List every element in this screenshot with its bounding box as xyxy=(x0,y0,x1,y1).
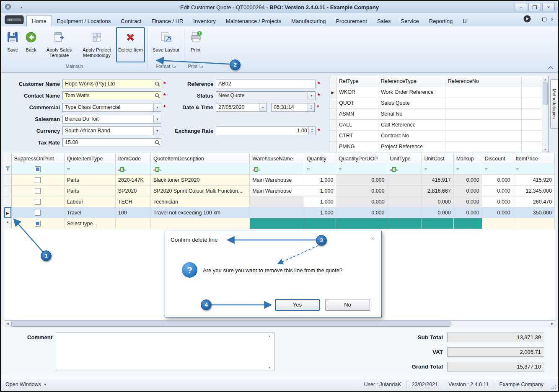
reference-type-cell[interactable]: Project Reference xyxy=(378,142,445,152)
tax-rate-field[interactable]: 15.00 xyxy=(62,138,161,147)
quote-item-row[interactable]: Parts2020-147KBlack toner SP2020Main War… xyxy=(4,175,555,186)
tab-home[interactable]: Home xyxy=(26,15,52,26)
suppress-on-print-checkbox[interactable] xyxy=(35,188,41,194)
tab-equipment-locations[interactable]: Equipment / Locations xyxy=(52,15,116,26)
cell-discount[interactable]: 0.000 xyxy=(482,207,513,218)
new-row-cell[interactable] xyxy=(250,218,304,229)
save-layout-button[interactable]: Save Layout xyxy=(150,27,181,62)
column-header-reftype[interactable]: RefType xyxy=(336,76,378,87)
lookup-magnifier-icon[interactable] xyxy=(153,80,161,88)
cell-description[interactable]: Technician xyxy=(150,196,249,207)
reference-type-cell[interactable]: Serial No xyxy=(378,109,445,119)
reference-field[interactable]: AB02 xyxy=(216,80,316,88)
minimize-button[interactable]: – xyxy=(515,3,527,11)
ref-type-cell[interactable]: PMNG xyxy=(336,142,378,152)
tab-reporting[interactable]: Reporting xyxy=(424,15,458,26)
cell-markup[interactable]: 0.000 xyxy=(453,186,482,196)
chevron-down-icon[interactable]: ▼ xyxy=(153,127,161,135)
new-row-cell[interactable] xyxy=(336,218,387,229)
salesman-dropdown[interactable]: Bianca Du Toit ▼ xyxy=(62,115,161,124)
scroll-down-icon[interactable]: ▼ xyxy=(542,146,548,152)
cell-type[interactable]: Labour xyxy=(64,196,115,207)
reference-no-cell[interactable] xyxy=(445,109,522,119)
equals-filter-icon[interactable]: = xyxy=(424,166,427,172)
no-button[interactable]: No xyxy=(325,299,370,311)
new-row-cell[interactable] xyxy=(482,218,513,229)
back-button[interactable]: Back xyxy=(22,27,40,62)
date-field[interactable]: 27/05/2020 ▼ xyxy=(216,103,267,112)
equals-filter-icon[interactable]: = xyxy=(516,166,519,172)
column-header-discount[interactable]: Discount xyxy=(482,153,513,164)
methodologies-side-tab[interactable]: Methodologies xyxy=(550,79,558,129)
new-row-cell[interactable] xyxy=(513,218,554,229)
row-selector-icon[interactable]: ▶ xyxy=(6,211,9,215)
cell-markup[interactable]: 0.000 xyxy=(453,175,482,186)
cell-type[interactable]: Parts xyxy=(64,186,115,196)
ref-type-cell[interactable]: WKOR xyxy=(336,87,378,98)
chevron-down-icon[interactable]: ▼ xyxy=(153,115,161,123)
exchange-rate-field[interactable]: 1.00 ▲▼ xyxy=(216,126,316,135)
application-menu-button[interactable] xyxy=(5,15,24,26)
help-play-icon[interactable] xyxy=(523,15,531,24)
new-row-cell[interactable] xyxy=(422,218,453,229)
ref-type-cell[interactable]: ASMN xyxy=(336,109,378,119)
cell-quantity[interactable]: 1.000 xyxy=(304,175,336,186)
column-header-itemcode[interactable]: ItemCode xyxy=(115,153,150,164)
scroll-up-icon[interactable]: ▲ xyxy=(268,334,271,338)
new-row-cell[interactable] xyxy=(150,218,249,229)
tab-procurement[interactable]: Procurement xyxy=(331,15,372,26)
quote-item-row[interactable]: LabourTECHTechnician1.0000.0000.0000.000… xyxy=(4,196,555,207)
reference-row[interactable]: CALLCall Reference xyxy=(329,120,548,131)
cell-item_price[interactable]: 415.920 xyxy=(513,175,554,186)
currency-dropdown[interactable]: South African Rand ▼ xyxy=(62,126,161,135)
chevron-down-icon[interactable]: ▼ xyxy=(308,92,315,100)
abc-filter-icon[interactable]: aBc xyxy=(390,167,398,172)
cell-code[interactable]: 100 xyxy=(115,207,150,218)
maximize-button[interactable] xyxy=(528,3,541,11)
cell-discount[interactable]: 0.000 xyxy=(482,186,513,196)
cell-unit_type[interactable] xyxy=(387,186,422,196)
cell-unit_cost[interactable]: 0.000 xyxy=(422,196,453,207)
tab-service[interactable]: Service xyxy=(396,15,424,26)
column-header-quoteitemtype[interactable]: QuoteItemType xyxy=(64,153,115,164)
cell-code[interactable]: SP2020 xyxy=(115,186,150,196)
print-button[interactable]: ? Print xyxy=(187,27,204,62)
abc-filter-icon[interactable]: aBc xyxy=(252,167,260,172)
customer-name-field[interactable]: Hope Works (Pty) Ltd xyxy=(62,80,161,88)
resize-grip-icon[interactable] xyxy=(551,384,556,391)
cell-warehouse[interactable]: Main Warehouse xyxy=(250,186,304,196)
tab-maintenance-projects[interactable]: Maintenance / Projects xyxy=(221,15,286,26)
chevron-down-icon[interactable]: ▼ xyxy=(153,103,161,111)
equals-filter-icon[interactable]: = xyxy=(307,166,310,172)
column-header-quantityperuop[interactable]: QuantityPerUOP xyxy=(336,153,387,164)
chevron-down-icon[interactable]: ▼ xyxy=(259,103,267,111)
reference-no-cell[interactable] xyxy=(445,120,522,130)
format-dialog-launcher-icon[interactable] xyxy=(172,64,176,69)
tab-partial[interactable]: U xyxy=(458,15,468,26)
cell-warehouse[interactable] xyxy=(250,207,304,218)
spinner-icon[interactable]: ▲▼ xyxy=(308,127,315,135)
column-header-warehousename[interactable]: WarehouseName xyxy=(250,153,304,164)
tab-finance-hr[interactable]: Finance / HR xyxy=(146,15,188,26)
tab-contract[interactable]: Contract xyxy=(116,15,146,26)
time-field[interactable]: 05:31:14 ▲▼ xyxy=(271,103,315,112)
cell-item_price[interactable]: 350.000 xyxy=(513,207,554,218)
spinner-icon[interactable]: ▲▼ xyxy=(308,103,314,111)
reference-grid-scrollbar[interactable]: ▲ ▼ xyxy=(542,76,548,152)
tab-manufacturing[interactable]: Manufacturing xyxy=(286,15,331,26)
quote-item-row[interactable]: ▶Travel100Travel not exceeding 100 km1.0… xyxy=(4,207,555,218)
column-header-unitcost[interactable]: UnitCost xyxy=(422,153,453,164)
quick-access-caret-icon[interactable]: ▾ xyxy=(21,5,22,9)
cell-markup[interactable]: 0.000 xyxy=(453,196,482,207)
select-type-cell[interactable]: Select type... xyxy=(64,218,115,229)
cell-unit_cost[interactable]: 415.917 xyxy=(422,175,453,186)
scrollbar-thumb[interactable] xyxy=(11,321,450,327)
ref-type-cell[interactable]: CTRT xyxy=(336,131,378,141)
cell-discount[interactable]: 0.000 xyxy=(482,196,513,207)
equals-filter-icon[interactable]: = xyxy=(456,166,459,172)
cell-code[interactable]: 2020-147K xyxy=(115,175,150,186)
equals-filter-icon[interactable]: = xyxy=(67,166,70,172)
print-dialog-launcher-icon[interactable] xyxy=(199,64,203,69)
close-button[interactable]: × xyxy=(542,3,555,11)
cell-warehouse[interactable]: Main Warehouse xyxy=(250,175,304,186)
